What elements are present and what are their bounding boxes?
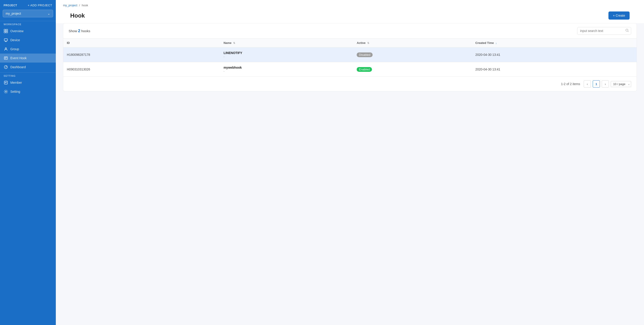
- col-name[interactable]: Name ⇅: [220, 38, 353, 48]
- row1-created-time: 2020-04-30 13:41: [472, 48, 636, 62]
- sidebar-item-setting-label: Setting: [10, 90, 20, 94]
- svg-point-10: [6, 91, 6, 92]
- project-header: PROJECT + Add Project: [0, 0, 56, 9]
- table-container: Show 2 hooks: [63, 23, 637, 92]
- table-row[interactable]: H180098287178 LINENOTIFY - Disabled 2020…: [63, 48, 636, 62]
- hook-icon: [4, 56, 8, 60]
- add-project-button[interactable]: + Add Project: [28, 4, 52, 7]
- sidebar-item-device-label: Device: [10, 38, 20, 42]
- breadcrumb-current: hook: [82, 4, 88, 7]
- row2-created-time: 2020-04-30 13:41: [472, 62, 636, 77]
- table-toolbar: Show 2 hooks: [63, 24, 636, 38]
- group-icon: [4, 47, 8, 51]
- chevron-down-icon: ⌄: [48, 12, 50, 15]
- svg-rect-2: [4, 31, 6, 33]
- breadcrumb-project[interactable]: my_project: [63, 4, 78, 7]
- show-count: Show 2 hooks: [69, 28, 90, 33]
- svg-rect-6: [4, 57, 8, 60]
- content-body: Show 2 hooks: [56, 23, 644, 325]
- project-label: PROJECT: [4, 4, 17, 7]
- sidebar-item-overview[interactable]: Overview: [0, 26, 56, 36]
- svg-rect-0: [4, 29, 6, 31]
- sidebar-item-member-label: Member: [10, 81, 22, 84]
- page-title: Hook: [70, 12, 85, 19]
- row1-name: LINENOTIFY -: [220, 48, 353, 62]
- row2-name: mywebhook -: [220, 62, 353, 77]
- table-row[interactable]: H090310313026 mywebhook - Enabled 2020-0…: [63, 62, 636, 77]
- table-header-row: ID Name ⇅ Active ⇅ Created Time ↓: [63, 38, 636, 48]
- row2-active: Enabled: [353, 62, 472, 77]
- grid-icon: [4, 29, 8, 33]
- hook-count: 2: [78, 28, 80, 33]
- create-button[interactable]: + Create: [608, 12, 630, 20]
- disabled-badge: Disabled: [357, 52, 373, 57]
- project-selector[interactable]: my_project ⌄: [3, 10, 53, 17]
- search-box: [577, 27, 631, 35]
- per-page-select[interactable]: 10 / page 20 / page 50 / page: [611, 81, 631, 87]
- project-selector-value: my_project: [6, 12, 21, 15]
- dashboard-icon: [4, 65, 8, 69]
- sidebar-item-event-hook[interactable]: Event Hook: [0, 54, 56, 62]
- breadcrumb-separator: /: [79, 4, 80, 7]
- sidebar-item-device[interactable]: Device: [0, 36, 56, 44]
- svg-rect-9: [4, 81, 8, 84]
- main-content: my_project / hook Hook + Create Show 2 h…: [56, 0, 644, 325]
- svg-rect-3: [6, 31, 8, 33]
- col-active[interactable]: Active ⇅: [353, 38, 472, 48]
- sidebar: PROJECT + Add Project my_project ⌄ WORKS…: [0, 0, 56, 325]
- pagination-next-button[interactable]: ›: [602, 80, 609, 88]
- sidebar-item-dashboard-label: Dashboard: [10, 65, 26, 69]
- sidebar-item-member[interactable]: Member: [0, 78, 56, 87]
- pagination-page-1-button[interactable]: 1: [593, 80, 600, 88]
- svg-point-8: [6, 67, 6, 68]
- content-header: Hook + Create: [63, 9, 637, 23]
- workspace-label: WORKSPACE: [0, 21, 56, 26]
- sidebar-item-group-label: Group: [10, 47, 19, 51]
- sidebar-item-setting[interactable]: Setting: [0, 87, 56, 96]
- col-id: ID: [63, 38, 220, 48]
- row2-id: H090310313026: [63, 62, 220, 77]
- per-page-wrapper: 10 / page 20 / page 50 / page ⌄: [611, 81, 631, 87]
- enabled-badge: Enabled: [357, 67, 372, 72]
- hook-label: hooks: [81, 29, 90, 33]
- pagination-prev-button[interactable]: ‹: [584, 80, 591, 88]
- pagination: 1-2 of 2 items ‹ 1 › 10 / page 20 / page…: [63, 77, 636, 91]
- created-time-sort-icon: ↓: [496, 42, 497, 44]
- gear-icon: [4, 89, 8, 94]
- breadcrumb: my_project / hook: [63, 4, 637, 9]
- col-created-time[interactable]: Created Time ↓: [472, 38, 636, 48]
- name-sort-icon: ⇅: [233, 42, 235, 44]
- active-sort-icon: ⇅: [367, 42, 369, 44]
- device-icon: [4, 38, 8, 42]
- member-icon: [4, 80, 8, 85]
- sidebar-item-dashboard[interactable]: Dashboard: [0, 62, 56, 72]
- pagination-info: 1-2 of 2 items: [561, 82, 580, 86]
- search-input[interactable]: [577, 27, 631, 35]
- sidebar-item-overview-label: Overview: [10, 29, 24, 33]
- setting-section-label: SETTING: [0, 72, 56, 78]
- data-table: ID Name ⇅ Active ⇅ Created Time ↓: [63, 38, 636, 77]
- sidebar-item-event-hook-label: Event Hook: [10, 56, 26, 60]
- svg-rect-4: [4, 39, 8, 41]
- row1-id: H180098287178: [63, 48, 220, 62]
- svg-point-5: [5, 48, 6, 49]
- svg-rect-1: [6, 29, 8, 31]
- sidebar-item-group[interactable]: Group: [0, 44, 56, 54]
- row1-active: Disabled: [353, 48, 472, 62]
